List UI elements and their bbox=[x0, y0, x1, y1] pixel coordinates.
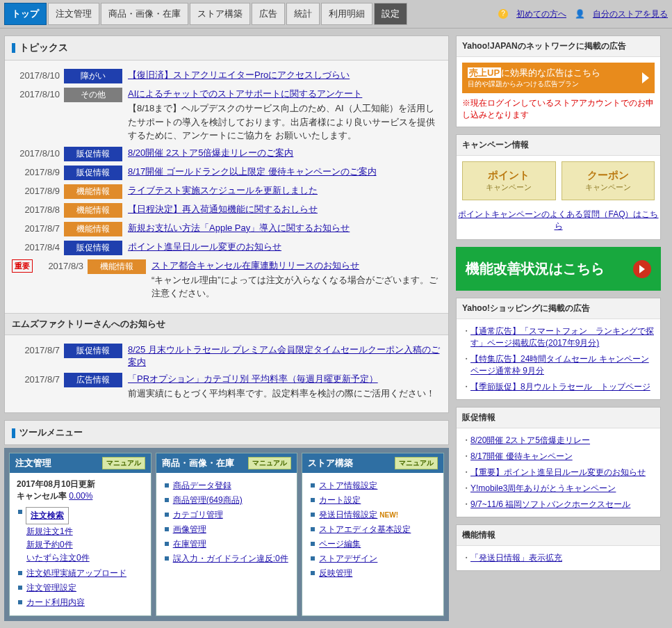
list-link[interactable]: 9/7~11/6 福岡ソフトバンクホークスセール bbox=[470, 499, 630, 509]
topic-badge: 広告情報 bbox=[64, 373, 122, 387]
list-link[interactable]: 商品管理(649商品) bbox=[173, 495, 243, 505]
list-link[interactable]: カート設定 bbox=[319, 495, 361, 505]
list-link[interactable]: ストアエディタ基本設定 bbox=[319, 524, 411, 534]
topic-link[interactable]: 【復旧済】ストアクリエイターProにアクセスしづらい bbox=[128, 70, 350, 80]
list-item: 商品管理(649商品) bbox=[163, 493, 290, 508]
list-link[interactable]: ストアデザイン bbox=[319, 554, 377, 563]
new-reserve-link[interactable]: 新規予約0件 bbox=[26, 540, 73, 549]
list-item: 発送日情報設定NEW! bbox=[309, 508, 436, 522]
tab-ads[interactable]: 広告 bbox=[252, 3, 285, 25]
tab-top[interactable]: トップ bbox=[4, 3, 47, 25]
topic-link[interactable]: ストア都合キャンセル在庫連動リリースのお知らせ bbox=[151, 260, 359, 271]
topic-badge: 機能情報 bbox=[64, 203, 122, 218]
improvement-banner[interactable]: 機能改善状況はこちら bbox=[456, 247, 661, 291]
list-link[interactable]: 8/17開催 優待キャンペーン bbox=[470, 451, 573, 461]
topic-date: 2017/8/7 bbox=[12, 344, 64, 355]
topics-header: トピックス bbox=[5, 36, 448, 61]
list-link[interactable]: 誤入力・ガイドライン違反:0件 bbox=[173, 554, 288, 563]
store-notice-header: エムズファクトリーさんへのお知らせ bbox=[5, 313, 448, 335]
list-link[interactable]: 【通常広告】「スマートフォン ランキングで探す」ページ掲載広告(2017年9月分… bbox=[470, 326, 654, 348]
topic-desc: 【8/18まで】ヘルプデスクのサービス向上のため、AI（人工知能）を活用したサポ… bbox=[128, 102, 441, 143]
tool-menu-header: ツールメニュー bbox=[4, 420, 449, 445]
list-link[interactable]: 画像管理 bbox=[173, 524, 206, 534]
topic-desc: “キャンセル理由”によっては注文が入らなくなる場合がございます。ご注意ください。 bbox=[151, 273, 441, 300]
tool-order-panel: 注文管理 マニュアル 2017年08月10日更新 キャンセル率 0.00% 注文… bbox=[9, 453, 151, 616]
list-link[interactable]: 在庫管理 bbox=[173, 539, 206, 549]
list-link[interactable]: 【季節販促】8月ウルトラセール トップページ bbox=[470, 382, 650, 392]
topic-badge: 販促情報 bbox=[64, 166, 122, 180]
help-icon: ? bbox=[498, 9, 508, 19]
important-badge: 重要 bbox=[12, 259, 33, 273]
list-link[interactable]: 【特集広告】24時間タイムセール キャンペーンページ通常枠 9月分 bbox=[470, 354, 649, 376]
list-link[interactable]: ストア情報設定 bbox=[319, 481, 377, 490]
coupon-campaign-button[interactable]: クーポン キャンペーン bbox=[562, 161, 655, 200]
list-link[interactable]: カテゴリ管理 bbox=[173, 510, 223, 520]
list-link[interactable]: Y!mobile3周年ありがとうキャンペーン bbox=[470, 483, 616, 493]
tab-store[interactable]: ストア構築 bbox=[190, 3, 250, 25]
topic-row: 2017/8/10 その他 AIによるチャットでのストアサポートに関するアンケー… bbox=[12, 88, 441, 143]
topic-badge: 機能情報 bbox=[64, 184, 122, 199]
topic-link[interactable]: 8/20開催 2ストア5倍爆走リレーのご案内 bbox=[128, 147, 293, 158]
tab-settings[interactable]: 設定 bbox=[374, 3, 407, 25]
list-item: 【通常広告】「スマートフォン ランキングで探す」ページ掲載広告(2017年9月分… bbox=[462, 323, 655, 351]
fraud-orders-link[interactable]: いたずら注文0件 bbox=[26, 553, 90, 563]
list-link[interactable]: 【重要】ポイント進呈日ルール変更のお知らせ bbox=[470, 467, 646, 477]
arrow-right-icon bbox=[642, 72, 649, 83]
campaign-faq-link[interactable]: ポイントキャンペーンのよくある質問（FAQ）はこちら bbox=[458, 209, 658, 231]
new-badge: NEW! bbox=[379, 511, 398, 519]
topic-date: 2017/8/7 bbox=[12, 222, 64, 234]
new-orders-link[interactable]: 新規注文1件 bbox=[26, 526, 73, 536]
list-link[interactable]: 反映管理 bbox=[319, 568, 352, 578]
topic-link[interactable]: 8/17開催 ゴールドランク以上限定 優待キャンペーンのご案内 bbox=[128, 166, 377, 177]
topic-badge: 販促情報 bbox=[64, 344, 122, 358]
list-item: 誤入力・ガイドライン違反:0件 bbox=[163, 551, 290, 566]
list-item: 8/20開催 2ストア5倍爆走リレー bbox=[462, 433, 655, 449]
main-tabs: トップ 注文管理 商品・画像・在庫 ストア構築 広告 統計 利用明細 設定 bbox=[4, 3, 407, 25]
ad-banner[interactable]: 売上UP売上UPに効果的な広告はこちらに効果的な広告はこちら 目的や課題からみつ… bbox=[462, 63, 655, 93]
point-campaign-button[interactable]: ポイント キャンペーン bbox=[462, 161, 556, 200]
topic-link[interactable]: 新規お支払い方法「Apple Pay」導入に関するお知らせ bbox=[128, 223, 350, 233]
topic-link[interactable]: ポイント進呈日ルール変更のお知らせ bbox=[128, 241, 281, 252]
list-link[interactable]: 8/20開催 2ストア5倍爆走リレー bbox=[470, 435, 590, 445]
promo-info-panel: 販促情報 8/20開催 2ストア5倍爆走リレー8/17開催 優待キャンペーン【重… bbox=[456, 407, 661, 517]
order-upload-link[interactable]: 注文処理実績アップロード bbox=[26, 568, 126, 578]
tab-product[interactable]: 商品・画像・在庫 bbox=[101, 3, 188, 25]
ad-note: ※現在ログインしているストアアカウントでのお申し込みとなります bbox=[462, 97, 655, 121]
help-link[interactable]: 初めての方へ bbox=[516, 8, 566, 20]
topic-link[interactable]: AIによるチャットでのストアサポートに関するアンケート bbox=[128, 88, 362, 99]
order-updated: 2017年08月10日更新 bbox=[17, 478, 144, 490]
order-settings-link[interactable]: 注文管理設定 bbox=[26, 583, 76, 593]
ad-network-panel: Yahoo!JAPANのネットワークに掲載の広告 売上UP売上UPに効果的な広告… bbox=[456, 35, 661, 127]
card-usage-link[interactable]: カード利用内容 bbox=[26, 597, 85, 607]
manual-button[interactable]: マニュアル bbox=[248, 457, 291, 469]
list-link[interactable]: 商品データ登録 bbox=[173, 481, 231, 490]
tab-order[interactable]: 注文管理 bbox=[48, 3, 99, 25]
view-store-link[interactable]: 自分のストアを見る bbox=[593, 8, 668, 20]
list-link[interactable]: 「発送日情報」表示拡充 bbox=[470, 553, 562, 563]
list-item: ストアエディタ基本設定 bbox=[309, 522, 436, 537]
shopping-ads-panel: Yahoo!ショッピングに掲載の広告 【通常広告】「スマートフォン ランキングで… bbox=[456, 298, 661, 400]
cancel-rate-link[interactable]: 0.00% bbox=[69, 491, 92, 501]
tool-store-title: ストア構築 bbox=[308, 457, 353, 469]
topic-date: 2017/8/10 bbox=[12, 147, 64, 159]
topic-link[interactable]: 「PRオプション」カテゴリ別 平均料率（毎週月曜更新予定） bbox=[128, 373, 378, 384]
topic-row: 2017/8/10 障がい 【復旧済】ストアクリエイターProにアクセスしづらい bbox=[12, 69, 441, 83]
order-search-link[interactable]: 注文検索 bbox=[31, 510, 64, 520]
list-link[interactable]: ページ編集 bbox=[319, 539, 361, 549]
topic-link[interactable]: 【日程決定】再入荷通知機能に関するおしらせ bbox=[128, 204, 318, 214]
list-item: 【重要】ポイント進呈日ルール変更のお知らせ bbox=[462, 465, 655, 481]
list-item: 画像管理 bbox=[163, 522, 290, 537]
list-item: 8/17開催 優待キャンペーン bbox=[462, 449, 655, 465]
topic-row: 2017/8/4 販促情報 ポイント進呈日ルール変更のお知らせ bbox=[12, 241, 441, 255]
list-item: ストア情報設定 bbox=[309, 478, 436, 493]
tab-stats[interactable]: 統計 bbox=[286, 3, 320, 25]
topic-badge: 機能情報 bbox=[88, 259, 146, 274]
manual-button[interactable]: マニュアル bbox=[395, 457, 438, 469]
tab-billing[interactable]: 利用明細 bbox=[321, 3, 372, 25]
topic-link[interactable]: ライブテスト実施スケジュールを更新しました bbox=[128, 185, 318, 195]
list-link[interactable]: 発送日情報設定 bbox=[319, 510, 377, 520]
topic-link[interactable]: 8/25 月末ウルトラセール プレミアム会員限定タイムセールクーポン入稿のご案内 bbox=[128, 344, 440, 367]
manual-button[interactable]: マニュアル bbox=[102, 457, 145, 469]
list-item: 【季節販促】8月ウルトラセール トップページ bbox=[462, 379, 655, 395]
topics-panel: トピックス 2017/8/10 障がい 【復旧済】ストアクリエイターProにアク… bbox=[4, 35, 449, 413]
